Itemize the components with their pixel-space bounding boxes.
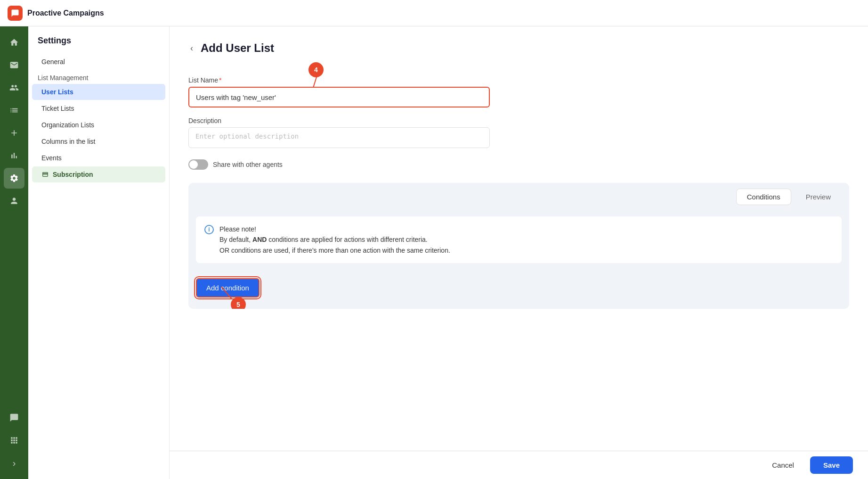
back-button[interactable]: ‹: [188, 42, 195, 54]
cancel-button[interactable]: Cancel: [762, 456, 804, 474]
callout-4: 4: [308, 62, 324, 77]
sidebar-item-columns[interactable]: Columns in the list: [32, 133, 165, 149]
list-name-input[interactable]: Users with tag 'new_user': [188, 87, 490, 107]
page-header: ‹ Add User List: [188, 41, 849, 55]
list-name-group: List Name* 4 Users with tag 'new_user': [188, 76, 849, 107]
conditions-panel: Conditions Preview i Please note! By def…: [188, 183, 849, 309]
toggle-knob: [189, 160, 198, 169]
logo-icon: [11, 9, 19, 17]
info-icon: i: [204, 225, 214, 234]
share-toggle[interactable]: [188, 159, 208, 170]
sidebar-item-ticket-lists[interactable]: Ticket Lists: [32, 100, 165, 116]
subscription-icon: [41, 171, 49, 178]
sidebar-item-subscription[interactable]: Subscription: [32, 166, 165, 182]
tabs-bar: Conditions Preview: [188, 183, 849, 211]
tab-conditions[interactable]: Conditions: [736, 189, 791, 205]
share-row: Share with other agents: [188, 159, 849, 170]
sidebar-item-general[interactable]: General: [32, 54, 165, 70]
description-label: Description: [188, 117, 849, 124]
description-input[interactable]: [188, 127, 490, 148]
nav-lists[interactable]: [4, 100, 24, 121]
footer-bar: Cancel Save: [170, 451, 868, 479]
topbar: Proactive Campaigns: [0, 0, 868, 26]
nav-settings[interactable]: [4, 168, 24, 189]
nav-home[interactable]: [4, 32, 24, 53]
app-logo: [8, 6, 23, 21]
left-nav: ›: [0, 26, 28, 479]
list-name-label: List Name*: [188, 76, 849, 84]
info-box: i Please note! By default, AND condition…: [196, 216, 842, 263]
share-label: Share with other agents: [213, 161, 283, 168]
sidebar-title: Settings: [28, 36, 169, 53]
sidebar-item-user-lists[interactable]: User Lists: [32, 84, 165, 100]
nav-agents[interactable]: [4, 190, 24, 211]
nav-apps[interactable]: [4, 430, 24, 451]
nav-contacts[interactable]: [4, 77, 24, 98]
callout-5: 5: [231, 297, 246, 309]
nav-mail[interactable]: [4, 55, 24, 75]
nav-reports[interactable]: [4, 145, 24, 166]
save-button[interactable]: Save: [810, 456, 853, 474]
nav-collapse[interactable]: ›: [4, 453, 24, 473]
sidebar-item-events[interactable]: Events: [32, 150, 165, 166]
nav-add[interactable]: [4, 123, 24, 143]
add-condition-button[interactable]: Add condition: [196, 278, 260, 297]
sidebar-item-organization-lists[interactable]: Organization Lists: [32, 117, 165, 133]
main-content: ‹ Add User List List Name* 4 Users with …: [170, 26, 868, 479]
info-text: Please note! By default, AND conditions …: [219, 224, 450, 256]
tab-preview[interactable]: Preview: [795, 189, 842, 205]
page-title: Add User List: [201, 41, 274, 55]
sidebar: Settings General List Management User Li…: [28, 26, 170, 479]
add-condition-area: Add condition 5: [188, 269, 849, 309]
app-title: Proactive Campaigns: [27, 9, 104, 17]
description-group: Description: [188, 117, 849, 150]
nav-chat[interactable]: [4, 407, 24, 428]
sidebar-section-list-management: List Management: [28, 70, 169, 83]
